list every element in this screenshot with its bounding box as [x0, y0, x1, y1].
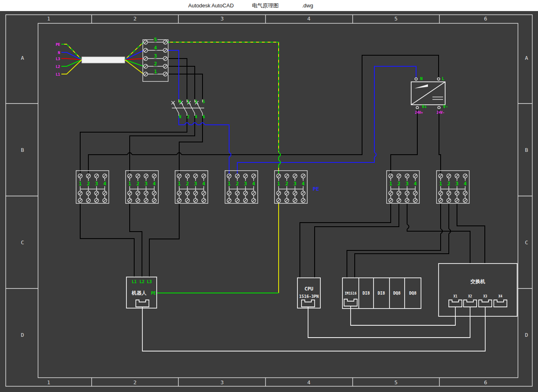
wire-label: N	[58, 51, 60, 55]
svg-text:3: 3	[95, 181, 98, 187]
terminal-number: 1	[154, 69, 157, 74]
svg-text:1: 1	[178, 181, 180, 187]
breaker-terminal-label: 6	[203, 115, 205, 119]
svg-text:2: 2	[447, 181, 450, 187]
terminal-number: 4	[154, 45, 157, 51]
module-label: DI8	[362, 291, 370, 295]
svg-text:2: 2	[87, 181, 90, 187]
switch-port-label: X1	[453, 295, 457, 298]
col-label: 1	[47, 379, 50, 385]
robot-phase-label: L2	[140, 279, 144, 284]
wire-label: PE	[56, 43, 60, 47]
svg-text:4: 4	[103, 181, 106, 187]
col-label: 6	[484, 16, 487, 22]
row-label: D	[525, 332, 528, 338]
svg-text:4: 4	[464, 181, 466, 187]
row-label: A	[525, 55, 528, 61]
wire-label: L3	[56, 57, 60, 61]
wire-label: L1	[56, 72, 60, 77]
psu-n-label: N	[420, 77, 423, 81]
module-label: IM1516	[345, 292, 357, 295]
module-label: DI8	[378, 291, 385, 295]
module-label: DQ8	[393, 291, 401, 295]
svg-text:3: 3	[144, 181, 147, 187]
svg-text:2: 2	[186, 181, 189, 187]
svg-text:4: 4	[252, 181, 255, 187]
breaker-terminal-label: 5	[203, 99, 205, 104]
title-bar: Autodesk AutoCAD 电气原理图 .dwg	[0, 0, 538, 11]
row-label: D	[21, 332, 24, 338]
row-label: B	[21, 147, 24, 153]
svg-text:2: 2	[236, 181, 239, 187]
cpu-label-line1: CPU	[304, 286, 313, 292]
svg-text:4: 4	[414, 181, 416, 187]
col-label: 3	[221, 379, 224, 385]
col-label: 4	[307, 16, 311, 22]
robot-pe-label: PE	[151, 291, 156, 295]
svg-text:1: 1	[277, 181, 280, 187]
breaker-terminal-label: 1	[187, 99, 189, 104]
cpu-label-line2: 1516-3PN	[299, 294, 319, 299]
svg-text:3: 3	[244, 181, 247, 187]
robot-phase-label: L3	[147, 279, 152, 284]
switch-port-label: X2	[468, 295, 472, 298]
col-label: 2	[133, 379, 137, 385]
cable-body	[82, 57, 125, 63]
breaker-terminal-label: N	[179, 99, 181, 104]
breaker-terminal-label: 4	[195, 115, 197, 119]
row-label: C	[21, 239, 24, 246]
psu-24vminus-label: 24V-	[437, 111, 444, 115]
terminal-number: 2	[154, 61, 157, 67]
col-label: 5	[394, 379, 398, 385]
col-label: 1	[47, 16, 50, 22]
svg-text:1: 1	[227, 181, 230, 187]
module-label: DQ8	[409, 291, 416, 295]
drawing-area	[0, 11, 538, 392]
svg-text:2: 2	[397, 181, 400, 187]
svg-text:3: 3	[405, 181, 408, 187]
breaker-terminal-label: N	[179, 115, 181, 119]
robot-phase-label: L1	[132, 279, 137, 284]
svg-text:1: 1	[439, 181, 442, 187]
psu-vplus-label: V+	[422, 104, 427, 109]
document-title: 电气原理图	[252, 2, 279, 9]
svg-text:1: 1	[79, 181, 81, 187]
svg-text:3: 3	[455, 181, 458, 187]
svg-text:1: 1	[128, 181, 131, 187]
row-label: B	[525, 147, 528, 153]
col-label: 5	[394, 16, 398, 22]
switch-name: 交换机	[470, 279, 485, 284]
col-label: 6	[484, 379, 487, 385]
col-label: 2	[133, 16, 137, 22]
svg-text:4: 4	[153, 181, 155, 187]
terminal-number: 5	[154, 37, 157, 43]
svg-text:3: 3	[194, 181, 197, 187]
autocad-window: Autodesk AutoCAD 电气原理图 .dwg 1 2 3 4 5 6 …	[0, 0, 538, 392]
file-extension: .dwg	[302, 2, 313, 9]
svg-text:2: 2	[285, 181, 288, 187]
psu-24vplus-label: 24V+	[415, 111, 423, 115]
switch-port-label: X3	[483, 295, 487, 298]
psu-vminus-label: V-	[443, 104, 448, 109]
row-label: C	[525, 239, 528, 246]
svg-text:3: 3	[293, 181, 296, 187]
terminal-number: 3	[154, 53, 157, 59]
row-label: A	[21, 55, 24, 61]
pe-bus-label: PE	[313, 186, 319, 192]
svg-text:1: 1	[389, 181, 392, 187]
svg-text:4: 4	[202, 181, 205, 187]
breaker-terminal-label: 3	[195, 99, 197, 104]
breaker-terminal-label: 2	[187, 115, 189, 119]
robot-name: 机器人	[131, 290, 147, 296]
svg-text:4: 4	[302, 181, 304, 187]
app-title: Autodesk AutoCAD	[188, 2, 234, 9]
svg-text:2: 2	[136, 181, 139, 187]
psu-l-label: L	[442, 77, 444, 81]
schematic-canvas: Autodesk AutoCAD 电气原理图 .dwg 1 2 3 4 5 6 …	[0, 0, 538, 392]
wire-label: L2	[56, 65, 60, 69]
col-label: 3	[221, 16, 224, 22]
col-label: 4	[307, 379, 311, 385]
switch-port-label: X4	[498, 295, 502, 298]
